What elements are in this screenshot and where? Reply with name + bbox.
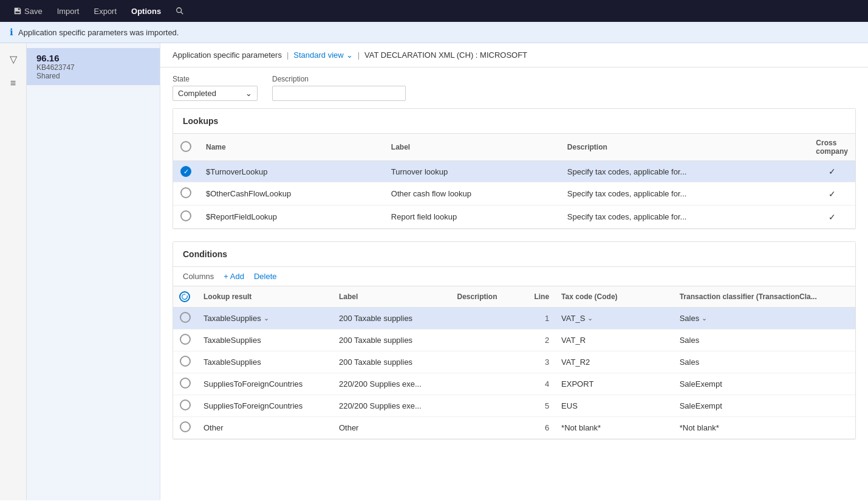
condition-row[interactable]: TaxableSupplies⌄ 200 Taxable supplies 1 … <box>173 308 855 330</box>
content-header: Application specific parameters | Standa… <box>160 43 868 67</box>
columns-button[interactable]: Columns <box>183 272 214 281</box>
lookup-row-select-cell <box>173 206 199 229</box>
cond-transaction-classifier: Sales <box>674 330 855 351</box>
save-button[interactable]: Save <box>7 4 49 18</box>
lookup-row-select[interactable] <box>180 187 191 198</box>
lookup-name: $TurnoverLookup <box>199 161 384 182</box>
condition-row-select[interactable] <box>180 399 191 410</box>
search-button[interactable] <box>169 4 190 18</box>
import-button[interactable]: Import <box>51 4 86 18</box>
info-message: Application specific parameters was impo… <box>18 28 179 37</box>
save-icon <box>13 7 22 15</box>
condition-row-select[interactable] <box>180 312 191 323</box>
svg-point-0 <box>177 8 182 13</box>
cond-description <box>451 308 525 330</box>
standard-view-dropdown[interactable]: Standard view ⌄ <box>293 50 352 60</box>
shared-label: Shared <box>36 72 150 80</box>
info-icon: ℹ <box>10 27 13 38</box>
sidebar-menu-icon[interactable]: ≡ <box>2 72 24 94</box>
condition-row-select[interactable] <box>180 356 191 367</box>
conditions-header-row: Lookup result Label Description Line Tax… <box>173 286 855 308</box>
cond-lookup-result: SuppliesToForeignCountries <box>197 395 333 417</box>
cond-tax-code: VAT_R <box>555 330 674 351</box>
options-button[interactable]: Options <box>125 4 167 18</box>
conditions-section: Conditions Columns + Add Delete <box>173 241 856 440</box>
cond-col-label: Label <box>333 286 451 308</box>
cond-description <box>451 373 525 395</box>
breadcrumb-sep1: | <box>287 50 289 60</box>
lookup-row-select[interactable]: ✓ <box>180 166 191 177</box>
left-panel: 96.16 KB4623747 Shared <box>27 43 160 500</box>
cond-lookup-result: SuppliesToForeignCountries <box>197 373 333 395</box>
condition-row[interactable]: TaxableSupplies 200 Taxable supplies 2 V… <box>173 330 855 351</box>
cond-select-cell <box>173 330 197 351</box>
left-panel-item[interactable]: 96.16 KB4623747 Shared <box>27 48 160 85</box>
cond-select-cell <box>173 373 197 395</box>
add-button[interactable]: + Add <box>224 272 244 281</box>
lookups-select-all[interactable] <box>180 141 191 152</box>
version-label: 96.16 <box>36 53 150 63</box>
description-label: Description <box>272 75 406 83</box>
main-layout: ▽ ≡ 96.16 KB4623747 Shared Application s… <box>0 43 868 500</box>
condition-row-select[interactable] <box>180 421 191 432</box>
lookup-row[interactable]: $OtherCashFlowLookup Other cash flow loo… <box>173 182 855 206</box>
lookups-col-name: Name <box>199 134 384 161</box>
lookup-row-select[interactable] <box>180 210 191 221</box>
cond-description <box>451 417 525 439</box>
trans-classifier-chevron[interactable]: ⌄ <box>702 314 707 322</box>
top-bar: Save Import Export Options <box>0 0 868 22</box>
cond-select-all[interactable] <box>179 291 190 302</box>
condition-row[interactable]: SuppliesToForeignCountries 220/200 Suppl… <box>173 395 855 417</box>
lookups-title: Lookups <box>173 109 855 134</box>
cond-label: 200 Taxable supplies <box>333 330 451 351</box>
cond-select-cell <box>173 417 197 439</box>
cond-tax-code: EXPORT <box>555 373 674 395</box>
description-input[interactable] <box>272 86 406 101</box>
cond-tax-code: EUS <box>555 395 674 417</box>
state-description-row: State Completed ⌄ Description <box>160 67 868 108</box>
cond-tax-code: VAT_R2 <box>555 351 674 373</box>
lookups-col-select <box>173 134 199 161</box>
state-select[interactable]: Completed ⌄ <box>173 86 258 101</box>
condition-row-select[interactable] <box>180 334 191 345</box>
cond-label: 200 Taxable supplies <box>333 308 451 330</box>
cond-col-select <box>173 286 197 308</box>
sidebar-filter-icon[interactable]: ▽ <box>2 48 24 70</box>
lookups-section: Lookups Name Label Description Cross com… <box>173 108 856 229</box>
lookup-row[interactable]: $ReportFieldLookup Report field lookup S… <box>173 206 855 229</box>
content-area: Application specific parameters | Standa… <box>160 43 868 500</box>
cond-select-cell <box>173 351 197 373</box>
cond-line: 2 <box>525 330 555 351</box>
cond-label: 220/200 Supplies exe... <box>333 395 451 417</box>
lookups-table: Name Label Description Cross company ✓ $… <box>173 134 855 229</box>
condition-row[interactable]: Other Other 6 *Not blank* *Not blank* <box>173 417 855 439</box>
condition-row[interactable]: SuppliesToForeignCountries 220/200 Suppl… <box>173 373 855 395</box>
condition-row[interactable]: TaxableSupplies 200 Taxable supplies 3 V… <box>173 351 855 373</box>
tax-code-chevron[interactable]: ⌄ <box>587 314 593 322</box>
cond-description <box>451 330 525 351</box>
cond-transaction-classifier: *Not blank* <box>674 417 855 439</box>
lookups-header-row: Name Label Description Cross company <box>173 134 855 161</box>
lookup-label: Other cash flow lookup <box>384 182 560 206</box>
cond-col-transaction-classifier: Transaction classifier (TransactionCla..… <box>674 286 855 308</box>
condition-row-select[interactable] <box>180 378 191 389</box>
cond-lookup-result: TaxableSupplies <box>197 351 333 373</box>
lookup-row-select-cell <box>173 182 199 206</box>
delete-button[interactable]: Delete <box>254 272 277 281</box>
lookup-row[interactable]: ✓ $TurnoverLookup Turnover lookup Specif… <box>173 161 855 182</box>
chevron-down-icon: ⌄ <box>346 50 353 60</box>
export-button[interactable]: Export <box>87 4 123 18</box>
lookup-label: Turnover lookup <box>384 161 560 182</box>
search-icon <box>176 7 184 15</box>
cond-transaction-classifier: Sales⌄ <box>674 308 855 330</box>
lookups-col-label: Label <box>384 134 560 161</box>
cond-lookup-result: TaxableSupplies⌄ <box>197 308 333 330</box>
cond-col-line: Line <box>525 286 555 308</box>
lookup-description: Specify tax codes, applicable for... <box>560 161 808 182</box>
breadcrumb-appspecific: Application specific parameters <box>173 50 282 60</box>
cond-description <box>451 351 525 373</box>
lookup-cross-company: ✓ <box>808 206 855 229</box>
lookup-result-chevron[interactable]: ⌄ <box>264 314 269 322</box>
lookups-col-description: Description <box>560 134 808 161</box>
cond-label: Other <box>333 417 451 439</box>
